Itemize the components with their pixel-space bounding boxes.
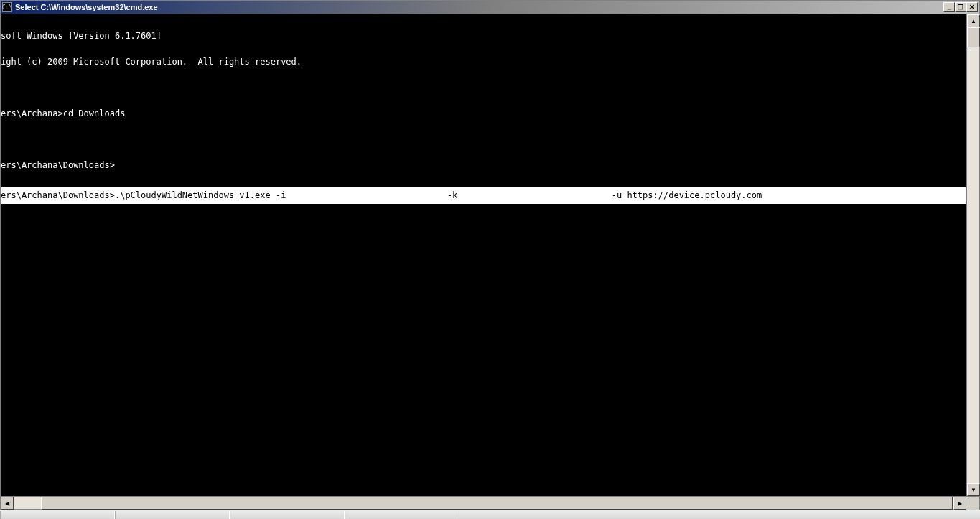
- client-area: soft Windows [Version 6.1.7601] ight (c)…: [1, 14, 979, 496]
- console-line: [1, 83, 966, 92]
- cmd-mid: -k: [442, 191, 463, 200]
- scroll-down-button[interactable]: ▼: [967, 483, 980, 496]
- taskbar[interactable]: [0, 510, 980, 519]
- console-line: ers\Archana\Downloads>: [1, 161, 966, 169]
- console-line: soft Windows [Version 6.1.7601]: [1, 32, 966, 40]
- scroll-corner: [966, 497, 979, 510]
- window-title: Select C:\Windows\system32\cmd.exe: [15, 3, 158, 11]
- taskbar-item[interactable]: [115, 511, 230, 519]
- minimize-button[interactable]: _: [943, 2, 955, 12]
- close-button[interactable]: ✕: [966, 2, 978, 12]
- console-line: ers\Archana>cd Downloads: [1, 109, 966, 118]
- vertical-scroll-thumb[interactable]: [967, 27, 980, 47]
- titlebar[interactable]: C:\ Select C:\Windows\system32\cmd.exe _…: [1, 1, 979, 14]
- vertical-scrollbar[interactable]: ▲ ▼: [966, 14, 979, 496]
- console-selected-line[interactable]: ers\Archana\Downloads>.\pCloudyWildNetWi…: [1, 187, 966, 204]
- cmd-icon: C:\: [2, 2, 12, 12]
- horizontal-scroll-track[interactable]: [14, 497, 953, 509]
- redacted-i-value: [291, 191, 442, 200]
- cmd-window: C:\ Select C:\Windows\system32\cmd.exe _…: [0, 0, 980, 510]
- scroll-right-button[interactable]: ▶: [953, 497, 966, 510]
- taskbar-item[interactable]: [0, 511, 115, 519]
- cmd-suffix: -u https://device.pcloudy.com: [606, 191, 762, 200]
- window-controls: _ ❐ ✕: [943, 2, 978, 12]
- maximize-button[interactable]: ❐: [955, 2, 966, 12]
- redacted-k-value: [462, 191, 606, 200]
- scroll-left-button[interactable]: ◀: [1, 497, 14, 510]
- horizontal-scrollbar[interactable]: ◀ ▶: [1, 496, 979, 509]
- cmd-prefix: ers\Archana\Downloads>.\pCloudyWildNetWi…: [1, 191, 291, 200]
- console-line: ight (c) 2009 Microsoft Corporation. All…: [1, 57, 966, 66]
- vertical-scroll-track[interactable]: [967, 27, 979, 483]
- horizontal-scroll-thumb[interactable]: [41, 497, 953, 510]
- console-line: [1, 135, 966, 144]
- scroll-up-button[interactable]: ▲: [967, 14, 980, 27]
- console-output[interactable]: soft Windows [Version 6.1.7601] ight (c)…: [1, 14, 966, 496]
- taskbar-item[interactable]: [345, 511, 459, 519]
- taskbar-item[interactable]: [230, 511, 345, 519]
